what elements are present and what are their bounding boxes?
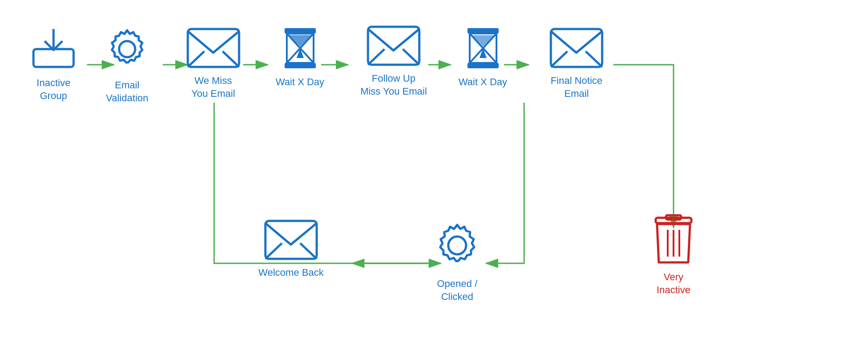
trash-icon (649, 214, 698, 266)
email-validation-label: EmailValidation (106, 79, 149, 104)
svg-line-13 (403, 49, 419, 65)
svg-line-6 (223, 51, 239, 67)
svg-rect-1 (33, 49, 74, 67)
gear-icon-opened (428, 219, 486, 272)
svg-line-24 (300, 243, 317, 259)
envelope-icon-1 (186, 27, 241, 69)
we-miss-you-label: We MissYou Email (191, 75, 235, 100)
envelope-icon-2 (366, 25, 422, 67)
welcome-back-label: Welcome Back (258, 266, 323, 279)
svg-point-21 (448, 237, 466, 254)
node-welcome-back: Welcome Back (256, 219, 326, 279)
svg-rect-11 (368, 27, 419, 65)
inbox-icon (29, 27, 78, 71)
inactive-group-label: Inactive Group (25, 77, 83, 102)
svg-rect-18 (551, 29, 602, 67)
hourglass-icon-1 (282, 26, 318, 71)
svg-line-20 (586, 51, 602, 67)
envelope-icon-4 (263, 219, 319, 261)
envelope-icon-3 (549, 27, 604, 69)
node-follow-up: Follow UpMiss You Email (359, 25, 428, 98)
arrow-we-miss-drop (214, 103, 441, 263)
opened-clicked-label: Opened / Clicked (422, 278, 493, 303)
svg-point-3 (119, 41, 135, 57)
follow-up-label: Follow UpMiss You Email (360, 72, 427, 98)
svg-rect-22 (265, 221, 317, 259)
node-email-validation: EmailValidation (96, 25, 158, 104)
svg-line-5 (188, 51, 204, 67)
node-we-miss-you: We MissYou Email (182, 27, 244, 100)
node-wait-2: Wait X Day (455, 26, 511, 89)
svg-line-23 (265, 243, 282, 259)
svg-rect-4 (188, 29, 239, 67)
node-final-notice: Final NoticeEmail (542, 27, 611, 100)
node-very-inactive: VeryInactive (642, 214, 705, 296)
arrow-final-very-inactive (613, 65, 674, 228)
node-opened-clicked: Opened / Clicked (422, 219, 493, 303)
node-wait-1: Wait X Day (272, 26, 328, 89)
wait-2-label: Wait X Day (459, 76, 507, 89)
final-notice-label: Final NoticeEmail (550, 75, 602, 100)
very-inactive-label: VeryInactive (657, 271, 690, 296)
node-inactive-group: Inactive Group (25, 27, 83, 102)
wait-1-label: Wait X Day (276, 76, 324, 89)
svg-line-12 (368, 49, 384, 65)
hourglass-icon-2 (465, 26, 501, 71)
workflow-diagram: Inactive Group EmailValidation We MissYo… (0, 0, 868, 353)
svg-line-19 (551, 51, 567, 67)
gear-icon-validation (100, 25, 154, 74)
